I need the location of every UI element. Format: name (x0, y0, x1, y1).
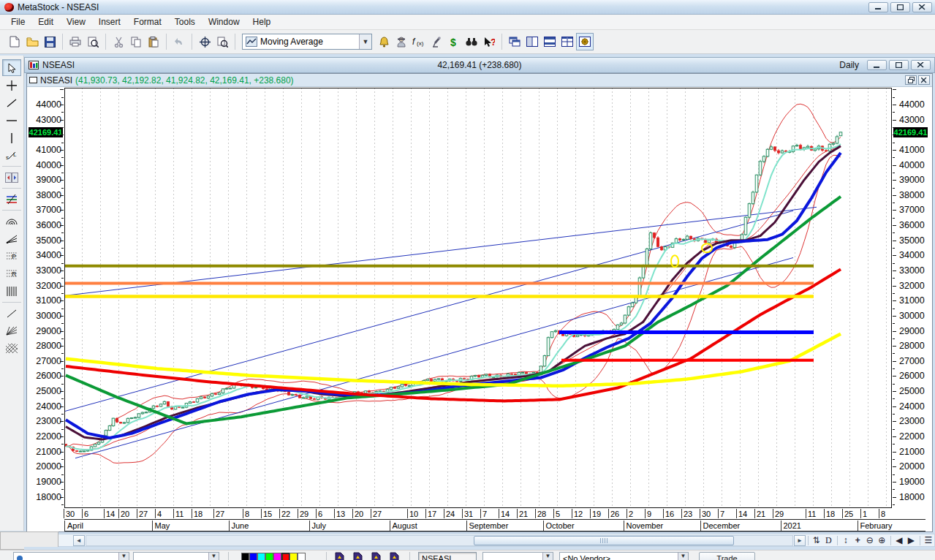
tile-vertical-button[interactable] (523, 33, 541, 50)
print-preview-button[interactable] (84, 33, 102, 50)
fibonacci-timezones-tool-button[interactable] (2, 283, 21, 300)
data-window-icon[interactable]: ☰ (923, 535, 935, 545)
trendline-tool-button[interactable] (2, 94, 21, 111)
template-doc-icon[interactable] (390, 552, 399, 560)
template-doc-icon[interactable] (353, 552, 363, 560)
alerts-button[interactable] (375, 33, 393, 50)
scale-label (893, 384, 895, 385)
svg-text:f: f (412, 37, 416, 47)
context-help-button[interactable]: ? (480, 33, 498, 50)
expand-vertical-icon[interactable]: ↕ (840, 535, 852, 545)
chart-minimize-button[interactable] (867, 60, 887, 70)
vendor-dropdown[interactable]: <No Vendor> ▼ (559, 552, 689, 560)
account-dropdown[interactable]: ▼ (482, 552, 553, 560)
MA-100-green-line[interactable] (66, 197, 841, 424)
color-swatch[interactable] (298, 553, 306, 560)
tile-horizontal-button[interactable] (541, 33, 559, 50)
tile-grid-button[interactable] (559, 33, 576, 50)
scale-label: 20 (355, 510, 363, 518)
scale-label: 4 (157, 510, 162, 518)
multi-trendline-tool-button[interactable] (2, 191, 21, 208)
paste-button[interactable] (145, 33, 162, 50)
menu-format[interactable]: Format (127, 15, 168, 29)
crosshair-pointer-button[interactable] (196, 33, 213, 50)
color-swatch[interactable] (249, 553, 257, 560)
scale-label: 27000 (899, 356, 925, 366)
scale-label (893, 255, 896, 256)
menu-help[interactable]: Help (246, 15, 278, 29)
new-chart-button[interactable] (6, 33, 23, 50)
next-icon[interactable]: ▶ (905, 535, 917, 545)
color-swatch[interactable] (273, 553, 281, 560)
chart-window-titlebar[interactable]: NSEASI 42,169.41 (+238.680) Daily (24, 57, 935, 73)
scale-label (893, 489, 895, 490)
symbol-sl-tool-button[interactable]: sL (2, 147, 21, 164)
color-swatch[interactable] (241, 553, 249, 560)
layout-settings-button[interactable] (576, 33, 594, 50)
cut-icon[interactable] (110, 33, 127, 50)
gann-line-tool-button[interactable] (2, 305, 21, 322)
scroll-left-button[interactable]: ◄ (73, 535, 85, 546)
indicator-quicklist-dropdown[interactable]: Moving Average ▼ (242, 34, 372, 50)
undo-button[interactable] (170, 33, 188, 50)
MA-medium-line[interactable] (66, 146, 841, 439)
trade-dollar-button[interactable]: $ (445, 33, 463, 50)
layout-template-dropdown[interactable]: ▼ (13, 552, 129, 560)
zoom-chart-button[interactable] (213, 33, 231, 50)
scale-label (893, 331, 896, 332)
menu-file[interactable]: File (4, 15, 31, 29)
color-swatch[interactable] (281, 553, 289, 560)
crosshair-tool-button[interactable] (2, 77, 21, 94)
indicator-builder-button[interactable]: f(x) (410, 33, 428, 50)
minimize-button[interactable] (868, 2, 888, 12)
expert-advisor-button[interactable] (393, 33, 410, 50)
periodicity-daily-button[interactable]: D (822, 535, 835, 546)
binoculars-search-button[interactable] (463, 33, 480, 50)
zoom-out-icon[interactable]: ⊖ (864, 535, 877, 545)
gann-grid-tool-button[interactable] (2, 340, 21, 357)
fibonacci-fan-tool-button[interactable] (2, 230, 21, 247)
scale-label (61, 112, 64, 113)
pointer-tool-button[interactable] (2, 59, 21, 76)
color-swatch[interactable] (265, 553, 273, 560)
scale-label: 32000 (899, 281, 925, 291)
scale-label (842, 509, 843, 518)
trade-button[interactable]: Trade (699, 552, 755, 560)
scroll-panel-buttons[interactable] (2, 169, 21, 186)
style-dropdown[interactable]: ▼ (133, 552, 219, 560)
copy-button[interactable] (127, 33, 145, 50)
scale-label (736, 509, 737, 518)
rescale-icon[interactable]: ⇅ (811, 535, 823, 545)
explorer-button[interactable] (428, 33, 445, 50)
scrollbar-thumb[interactable] (474, 536, 734, 545)
order-symbol-box[interactable]: NSEASI (418, 552, 477, 560)
menu-view[interactable]: View (60, 15, 92, 29)
menu-tools[interactable]: Tools (168, 15, 202, 29)
scrollbar-track[interactable] (86, 535, 794, 546)
scale-label (298, 509, 298, 518)
pan-icon[interactable]: + (852, 535, 864, 545)
cascade-windows-button[interactable] (506, 33, 523, 50)
vertical-line-tool-button[interactable] (2, 129, 21, 146)
fibonacci-retracement-tool-button[interactable]: R (2, 265, 21, 282)
scroll-right-button[interactable]: ► (794, 535, 806, 546)
color-swatch[interactable] (257, 553, 265, 560)
horizontal-line-tool-button[interactable] (2, 112, 21, 129)
fibonacci-projection-tool-button[interactable]: P (2, 248, 21, 265)
menu-insert[interactable]: Insert (92, 15, 127, 29)
previous-icon[interactable]: ◀ (893, 535, 906, 545)
periodicity-label[interactable]: Daily (839, 60, 859, 70)
fibonacci-arcs-tool-button[interactable] (2, 213, 21, 230)
price-chart-plot[interactable] (64, 88, 892, 508)
zoom-in-icon[interactable]: ⊕ (876, 535, 888, 545)
print-button[interactable] (67, 33, 84, 50)
scale-label (229, 521, 230, 531)
menu-window[interactable]: Window (202, 15, 246, 29)
scale-label (279, 509, 280, 518)
template-doc-icon[interactable] (371, 552, 381, 560)
dropdown-arrow-icon[interactable]: ▼ (359, 34, 371, 49)
scale-label (893, 165, 896, 166)
color-swatch[interactable] (289, 553, 298, 560)
gann-fan-tool-button[interactable] (2, 322, 21, 339)
template-doc-icon[interactable] (335, 552, 344, 560)
